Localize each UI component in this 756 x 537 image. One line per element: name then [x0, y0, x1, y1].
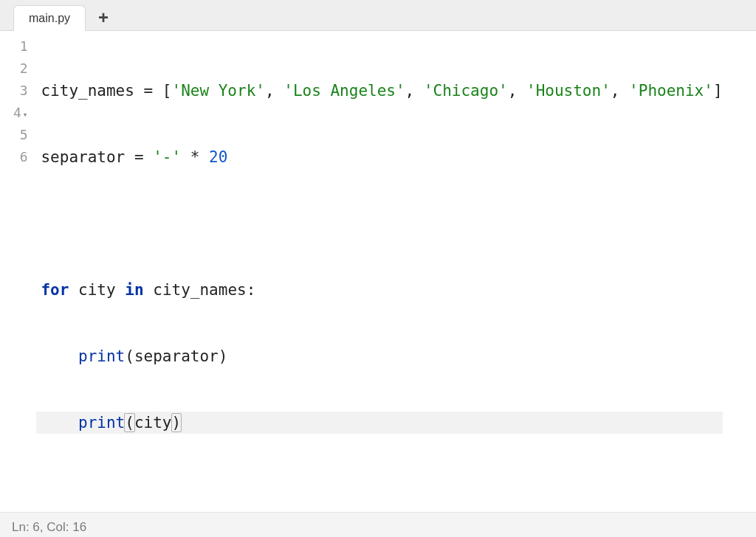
line-number: 4▾ [13, 102, 27, 124]
line-number: 1 [13, 35, 27, 58]
code-content[interactable]: city_names = ['New York', 'Los Angeles',… [36, 31, 722, 482]
line-number: 6 [13, 146, 27, 168]
line-number: 5 [13, 124, 27, 146]
fold-icon[interactable]: ▾ [23, 110, 28, 119]
plus-icon: + [98, 7, 109, 28]
add-tab-button[interactable]: + [89, 4, 118, 31]
tab-bar: main.py + [0, 0, 756, 31]
code-editor[interactable]: 1 2 3 4▾ 5 6 city_names = ['New York', '… [0, 31, 756, 512]
line-number: 3 [13, 80, 27, 102]
line-number: 2 [13, 58, 27, 80]
file-tab[interactable]: main.py [13, 5, 86, 31]
line-gutter: 1 2 3 4▾ 5 6 [0, 31, 36, 482]
editor-status: Ln: 6, Col: 16 [0, 512, 756, 537]
